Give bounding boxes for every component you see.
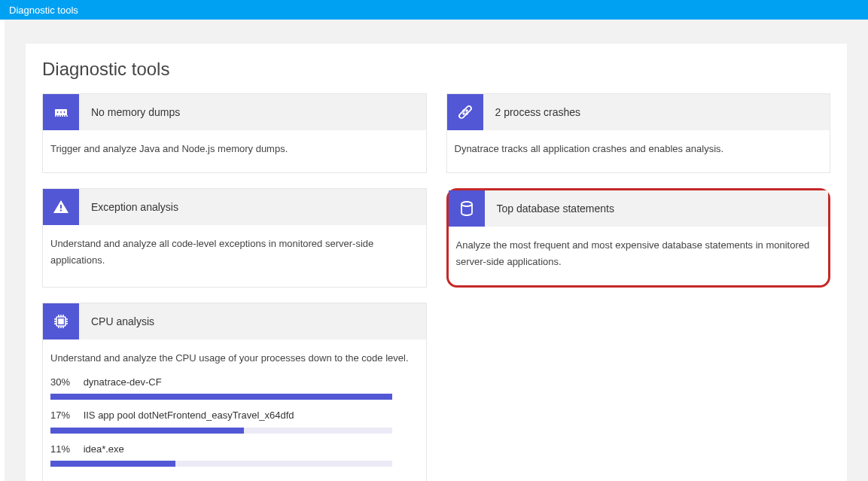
svg-rect-2	[60, 111, 62, 114]
svg-rect-16	[60, 210, 62, 212]
card-header: CPU analysis	[43, 303, 426, 339]
warning-icon	[43, 189, 79, 225]
card-exception-analysis[interactable]: Exception analysis Understand and analyz…	[42, 188, 427, 288]
svg-point-17	[461, 202, 472, 206]
cpu-process-name: dynatrace-dev-CF	[84, 376, 162, 388]
card-cpu-analysis[interactable]: CPU analysis Understand and analyze the …	[42, 303, 427, 481]
card-memory-dumps[interactable]: No memory dumps Trigger and analyze Java…	[42, 93, 427, 173]
svg-point-12	[466, 110, 468, 111]
cpu-percent: 17%	[50, 407, 81, 424]
cpu-process-row[interactable]: 30% dynatrace-dev-CF	[50, 374, 419, 400]
cpu-process-row[interactable]: 17% IIS app pool dotNetFrontend_easyTrav…	[50, 407, 419, 433]
cpu-process-list: 30% dynatrace-dev-CF 17% IIS app pool do…	[50, 374, 419, 466]
cpu-process-name: idea*.exe	[84, 443, 124, 455]
card-description: Understand and analyze all code-level ex…	[43, 225, 426, 284]
cpu-bar-track	[50, 461, 392, 467]
card-header: No memory dumps	[43, 94, 426, 130]
memory-chip-icon	[43, 94, 79, 130]
svg-point-11	[463, 110, 464, 111]
cpu-percent: 30%	[50, 374, 81, 391]
cpu-process-label: 17% IIS app pool dotNetFrontend_easyTrav…	[50, 407, 419, 424]
card-body: Understand and analyze the CPU usage of …	[43, 339, 426, 481]
card-header: 2 process crashes	[447, 94, 830, 130]
cpu-bar-fill	[50, 394, 392, 400]
card-description: Trigger and analyze Java and Node.js mem…	[43, 130, 426, 172]
breadcrumb[interactable]: Diagnostic tools	[9, 5, 78, 16]
card-title: Exception analysis	[79, 201, 178, 213]
cpu-process-row[interactable]: 11% idea*.exe	[50, 441, 419, 467]
page-title: Diagnostic tools	[42, 59, 830, 80]
card-description: Dynatrace tracks all application crashes…	[447, 130, 830, 172]
svg-rect-15	[60, 205, 62, 209]
cards-grid: No memory dumps Trigger and analyze Java…	[42, 93, 830, 481]
svg-point-14	[466, 113, 468, 114]
cpu-process-label: 30% dynatrace-dev-CF	[50, 374, 419, 391]
cpu-bar-fill	[50, 428, 244, 434]
content-panel: Diagnostic tools No memory dumps Trigger…	[26, 44, 847, 481]
card-top-database-statements[interactable]: Top database statements Analyze the most…	[446, 188, 831, 288]
card-description: Understand and analyze the CPU usage of …	[50, 350, 419, 367]
card-header: Top database statements	[449, 190, 829, 227]
svg-rect-10	[458, 105, 471, 119]
cpu-process-name: IIS app pool dotNetFrontend_easyTravel_x…	[84, 409, 294, 421]
bandage-icon	[447, 94, 483, 130]
cpu-process-label: 11% idea*.exe	[50, 441, 419, 458]
page-background: Diagnostic tools No memory dumps Trigger…	[5, 20, 868, 481]
cpu-bar-fill	[50, 461, 175, 467]
card-title: 2 process crashes	[483, 106, 581, 118]
svg-point-13	[463, 113, 464, 114]
card-description: Analyze the most frequent and most expen…	[449, 227, 829, 285]
cpu-icon	[43, 303, 79, 339]
card-title: CPU analysis	[79, 315, 154, 327]
cpu-bar-track	[50, 394, 392, 400]
svg-rect-3	[63, 111, 65, 114]
card-header: Exception analysis	[43, 189, 426, 225]
svg-rect-19	[59, 319, 63, 324]
cpu-percent: 11%	[50, 441, 81, 458]
card-title: Top database statements	[485, 202, 614, 215]
svg-rect-1	[56, 111, 59, 114]
database-icon	[449, 190, 485, 227]
card-title: No memory dumps	[79, 106, 180, 118]
top-bar: Diagnostic tools	[0, 0, 868, 20]
cpu-bar-track	[50, 428, 392, 434]
card-process-crashes[interactable]: 2 process crashes Dynatrace tracks all a…	[446, 93, 831, 173]
